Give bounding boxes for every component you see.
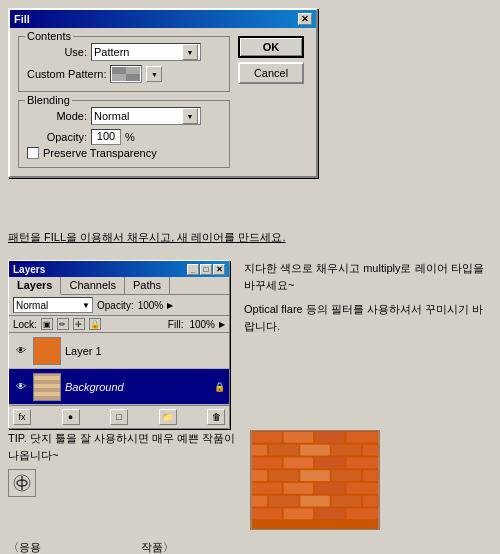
lock-move-icon[interactable]: ✛: [73, 318, 85, 330]
svg-rect-23: [300, 470, 329, 481]
dodge-icon-svg: [12, 473, 32, 493]
layers-panel: Layers _ □ ✕ Layers Channels Paths Norma…: [8, 260, 230, 429]
layers-delete-button[interactable]: 🗑: [207, 409, 225, 425]
layer-name-1: Layer 1: [65, 345, 225, 357]
svg-rect-26: [252, 483, 281, 494]
fill-arrow[interactable]: ▶: [219, 320, 225, 329]
ok-button[interactable]: OK: [238, 36, 304, 58]
opacity-label: Opacity:: [27, 131, 87, 143]
lock-brush-icon[interactable]: ✏: [57, 318, 69, 330]
preserve-checkbox[interactable]: [27, 147, 39, 159]
layers-mode-text: Normal: [16, 300, 48, 311]
svg-rect-19: [315, 457, 344, 468]
layers-close-button[interactable]: ✕: [213, 264, 225, 275]
contents-label: Contents: [25, 30, 73, 42]
mode-select-text: Normal: [94, 110, 182, 122]
layer-item[interactable]: 👁 Layer 1: [9, 333, 229, 369]
close-button[interactable]: ✕: [298, 13, 312, 25]
svg-rect-31: [269, 496, 298, 507]
layer-lock-icon: 🔒: [213, 381, 225, 393]
svg-rect-0: [112, 67, 126, 74]
pattern-arrow-btn[interactable]: ▼: [146, 66, 162, 82]
svg-rect-9: [284, 432, 313, 443]
layers-title-bar: Layers _ □ ✕: [9, 261, 229, 277]
cancel-button[interactable]: Cancel: [238, 62, 304, 84]
dialog-left: Contents Use: Pattern ▼ Custom Pattern:: [18, 36, 230, 168]
fill-dialog-title-bar: Fill ✕: [10, 10, 316, 28]
svg-rect-16: [363, 445, 379, 456]
svg-rect-15: [332, 445, 361, 456]
svg-rect-20: [346, 457, 377, 468]
svg-rect-24: [332, 470, 361, 481]
layers-controls: Normal ▼ Opacity: 100% ▶: [9, 295, 229, 316]
instruction-text: 패턴을 FILL을 이용해서 채우시고, 새 레이어를 만드세요.: [8, 230, 285, 245]
fill-value: 100%: [189, 319, 215, 330]
layer-thumb-1: [33, 337, 61, 365]
right-text-2: Optical flare 등의 필터를 사용하셔서 꾸미시기 바랍니다.: [244, 301, 492, 334]
dodge-tool-icon: [8, 469, 36, 497]
svg-rect-25: [363, 470, 379, 481]
svg-rect-18: [284, 457, 313, 468]
layer-thumb-bg: [33, 373, 61, 401]
svg-rect-38: [346, 508, 377, 519]
right-text-1: 지다한 색으로 채우시고 multiply로 레이어 타입을 바꾸세요~: [244, 260, 492, 293]
layer-item-bg[interactable]: 👁 Background 🔒: [9, 369, 229, 405]
svg-rect-3: [126, 74, 140, 81]
use-select[interactable]: Pattern ▼: [91, 43, 201, 61]
svg-rect-21: [251, 470, 267, 481]
use-select-arrow[interactable]: ▼: [182, 44, 198, 60]
layers-opacity-value: 100%: [138, 300, 164, 311]
svg-rect-8: [252, 432, 281, 443]
pattern-preview: [110, 65, 142, 83]
layers-fx-button[interactable]: fx: [13, 409, 31, 425]
fill-dialog-title: Fill: [14, 13, 30, 25]
bottom-labels: 〈응용 작품〉: [8, 540, 174, 554]
mode-label: Mode:: [27, 110, 87, 122]
custom-pattern-label: Custom Pattern:: [27, 68, 106, 80]
opacity-input[interactable]: 100: [91, 129, 121, 145]
layer-name-bg: Background: [65, 381, 213, 393]
blending-group: Blending Mode: Normal ▼ Opacity: 100 % P…: [18, 100, 230, 168]
tip-text: TIP. 닷지 툴을 잘 사용하시면 매우 예쁜 작품이 나옵니다~: [8, 430, 238, 463]
layers-panel-title: Layers: [13, 264, 45, 275]
lock-all-icon[interactable]: 🔒: [89, 318, 101, 330]
preserve-label: Preserve Transparency: [43, 147, 157, 159]
bottom-area: TIP. 닷지 툴을 잘 사용하시면 매우 예쁜 작품이 나옵니다~: [8, 430, 492, 530]
layers-opacity-arrow[interactable]: ▶: [167, 301, 173, 310]
layers-new-button[interactable]: □: [110, 409, 128, 425]
dialog-body: Contents Use: Pattern ▼ Custom Pattern:: [10, 28, 316, 176]
mode-row: Mode: Normal ▼: [27, 107, 221, 125]
lock-transparency-icon[interactable]: ▣: [41, 318, 53, 330]
svg-rect-12: [251, 445, 267, 456]
mode-select-arrow[interactable]: ▼: [182, 108, 198, 124]
svg-rect-35: [252, 508, 281, 519]
layers-circle-button[interactable]: ●: [62, 409, 80, 425]
layer-orange-fill: [34, 338, 60, 364]
dialog-right: OK Cancel: [238, 36, 308, 168]
tab-paths[interactable]: Paths: [125, 277, 170, 294]
svg-rect-10: [315, 432, 344, 443]
label-right: 작품〉: [141, 540, 174, 554]
tab-channels[interactable]: Channels: [61, 277, 124, 294]
tip-section: TIP. 닷지 툴을 잘 사용하시면 매우 예쁜 작품이 나옵니다~: [8, 430, 238, 497]
contents-group: Contents Use: Pattern ▼ Custom Pattern:: [18, 36, 230, 92]
svg-rect-36: [284, 508, 313, 519]
svg-rect-14: [300, 445, 329, 456]
layers-mode-select[interactable]: Normal ▼: [13, 297, 93, 313]
layers-folder-button[interactable]: 📁: [159, 409, 177, 425]
svg-rect-11: [346, 432, 377, 443]
use-label: Use:: [27, 46, 87, 58]
mode-select[interactable]: Normal ▼: [91, 107, 201, 125]
layers-minimize-button[interactable]: _: [187, 264, 199, 275]
brick-preview: [250, 430, 380, 530]
fill-dialog: Fill ✕ Contents Use: Pattern ▼ Custom Pa…: [8, 8, 318, 178]
svg-rect-1: [126, 67, 140, 74]
preserve-row: Preserve Transparency: [27, 147, 221, 159]
svg-rect-17: [252, 457, 281, 468]
layer-eye-1[interactable]: 👁: [13, 343, 29, 359]
svg-rect-13: [269, 445, 298, 456]
layers-maximize-button[interactable]: □: [200, 264, 212, 275]
tab-layers[interactable]: Layers: [9, 277, 61, 295]
custom-pattern-row: Custom Pattern: ▼: [27, 65, 221, 83]
layer-eye-bg[interactable]: 👁: [13, 379, 29, 395]
